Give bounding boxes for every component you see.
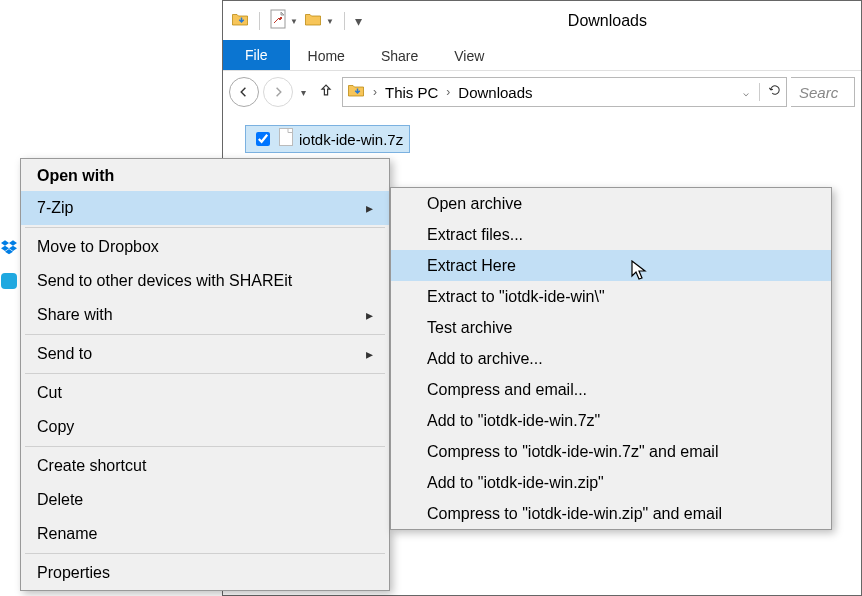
ctx-rename[interactable]: Rename xyxy=(21,517,389,551)
sub-compress-7z-email[interactable]: Compress to "iotdk-ide-win.7z" and email xyxy=(391,436,831,467)
chevron-right-icon: ▸ xyxy=(366,346,373,362)
separator xyxy=(259,12,260,30)
chevron-right-icon[interactable]: › xyxy=(371,85,379,99)
forward-button[interactable] xyxy=(263,77,293,107)
ctx-properties[interactable]: Properties xyxy=(21,556,389,590)
separator xyxy=(25,446,385,447)
context-menu: Open with 7-Zip ▸ Move to Dropbox Send t… xyxy=(20,158,390,591)
file-name: iotdk-ide-win.7z xyxy=(299,131,403,148)
chevron-right-icon: ▸ xyxy=(366,307,373,323)
separator xyxy=(25,227,385,228)
caret-icon[interactable]: ▼ xyxy=(326,17,334,26)
file-list: iotdk-ide-win.7z xyxy=(223,113,861,153)
window-title: Downloads xyxy=(362,12,853,30)
folder-icon xyxy=(347,82,365,102)
sub-add-to-archive[interactable]: Add to archive... xyxy=(391,343,831,374)
titlebar: ▼ ▼ ▾ Downloads xyxy=(223,1,861,41)
shareit-icon xyxy=(0,271,19,291)
address-history-button[interactable]: ⌵ xyxy=(739,87,753,98)
sub-extract-files[interactable]: Extract files... xyxy=(391,219,831,250)
breadcrumb-thispc[interactable]: This PC xyxy=(385,84,438,101)
sub-extract-to[interactable]: Extract to "iotdk-ide-win\" xyxy=(391,281,831,312)
ctx-createshortcut[interactable]: Create shortcut xyxy=(21,449,389,483)
sub-add-to-7z[interactable]: Add to "iotdk-ide-win.7z" xyxy=(391,405,831,436)
ribbon-tab-home[interactable]: Home xyxy=(290,42,363,70)
ctx-sendto[interactable]: Send to ▸ xyxy=(21,337,389,371)
context-menu-header: Open with xyxy=(21,159,389,191)
sub-compress-zip-email[interactable]: Compress to "iotdk-ide-win.zip" and emai… xyxy=(391,498,831,529)
up-button[interactable] xyxy=(314,78,338,106)
quick-access-toolbar: ▼ ▼ ▾ xyxy=(231,9,362,33)
nav-bar: ▾ › This PC › Downloads ⌵ Searc xyxy=(223,71,861,113)
submenu-7zip: Open archive Extract files... Extract He… xyxy=(390,187,832,530)
ribbon-tab-file[interactable]: File xyxy=(223,40,290,70)
ctx-dropbox[interactable]: Move to Dropbox xyxy=(21,230,389,264)
cursor-icon xyxy=(631,260,649,282)
separator xyxy=(25,334,385,335)
ctx-7zip[interactable]: 7-Zip ▸ xyxy=(21,191,389,225)
ribbon-tab-view[interactable]: View xyxy=(436,42,502,70)
caret-icon[interactable]: ▼ xyxy=(290,17,298,26)
customize-qat[interactable]: ▾ xyxy=(355,13,362,29)
separator xyxy=(344,12,345,30)
properties-icon[interactable] xyxy=(270,9,286,33)
dropbox-icon xyxy=(0,237,19,257)
ribbon-tab-share[interactable]: Share xyxy=(363,42,436,70)
chevron-right-icon[interactable]: › xyxy=(444,85,452,99)
separator xyxy=(25,553,385,554)
new-folder-icon[interactable] xyxy=(304,11,322,31)
file-icon xyxy=(279,128,293,150)
ctx-cut[interactable]: Cut xyxy=(21,376,389,410)
ctx-shareit[interactable]: Send to other devices with SHAREit xyxy=(21,264,389,298)
ctx-copy[interactable]: Copy xyxy=(21,410,389,444)
sub-extract-here[interactable]: Extract Here xyxy=(391,250,831,281)
separator xyxy=(25,373,385,374)
folder-icon xyxy=(231,11,249,31)
file-checkbox[interactable] xyxy=(256,132,270,146)
breadcrumb-downloads[interactable]: Downloads xyxy=(458,84,532,101)
sub-add-to-zip[interactable]: Add to "iotdk-ide-win.zip" xyxy=(391,467,831,498)
address-bar[interactable]: › This PC › Downloads ⌵ xyxy=(342,77,787,107)
chevron-right-icon: ▸ xyxy=(366,200,373,216)
recent-locations-button[interactable]: ▾ xyxy=(297,87,310,98)
search-input[interactable]: Searc xyxy=(791,77,855,107)
file-item[interactable]: iotdk-ide-win.7z xyxy=(245,125,410,153)
refresh-button[interactable] xyxy=(759,83,782,101)
svg-rect-1 xyxy=(280,129,293,146)
ribbon-tabs: File Home Share View xyxy=(223,41,861,71)
back-button[interactable] xyxy=(229,77,259,107)
sub-compress-email[interactable]: Compress and email... xyxy=(391,374,831,405)
ctx-delete[interactable]: Delete xyxy=(21,483,389,517)
sub-open-archive[interactable]: Open archive xyxy=(391,188,831,219)
sub-test-archive[interactable]: Test archive xyxy=(391,312,831,343)
ctx-sharewith[interactable]: Share with ▸ xyxy=(21,298,389,332)
